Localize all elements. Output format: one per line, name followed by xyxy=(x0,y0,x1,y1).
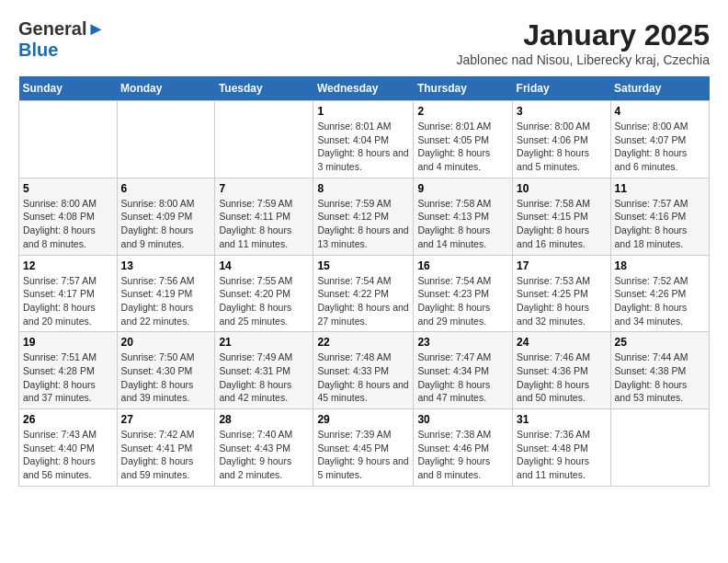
calendar-cell xyxy=(19,101,118,178)
day-info: Sunrise: 7:51 AMSunset: 4:28 PMDaylight:… xyxy=(23,350,113,405)
calendar-cell: 26Sunrise: 7:43 AMSunset: 4:40 PMDayligh… xyxy=(19,409,118,487)
day-info: Sunrise: 7:47 AMSunset: 4:34 PMDaylight:… xyxy=(417,350,508,405)
day-number: 4 xyxy=(615,105,705,118)
calendar-cell: 3Sunrise: 8:00 AMSunset: 4:06 PMDaylight… xyxy=(513,101,610,178)
calendar-cell: 5Sunrise: 8:00 AMSunset: 4:08 PMDaylight… xyxy=(19,178,118,255)
calendar-cell: 19Sunrise: 7:51 AMSunset: 4:28 PMDayligh… xyxy=(19,332,118,409)
calendar-cell: 30Sunrise: 7:38 AMSunset: 4:46 PMDayligh… xyxy=(414,409,513,487)
title-block: January 2025 Jablonec nad Nisou, Liberec… xyxy=(457,18,710,67)
calendar-cell: 20Sunrise: 7:50 AMSunset: 4:30 PMDayligh… xyxy=(117,332,215,409)
calendar-cell: 25Sunrise: 7:44 AMSunset: 4:38 PMDayligh… xyxy=(610,332,709,409)
day-number: 8 xyxy=(317,182,409,195)
calendar-cell: 29Sunrise: 7:39 AMSunset: 4:45 PMDayligh… xyxy=(313,409,414,487)
day-number: 19 xyxy=(23,336,113,349)
day-number: 16 xyxy=(417,259,508,272)
day-info: Sunrise: 7:54 AMSunset: 4:23 PMDaylight:… xyxy=(417,274,508,328)
day-number: 30 xyxy=(417,413,508,426)
weekday-header: Monday xyxy=(117,76,215,101)
logo-general: General xyxy=(18,18,86,39)
day-info: Sunrise: 7:39 AMSunset: 4:45 PMDaylight:… xyxy=(317,428,409,482)
calendar-cell: 17Sunrise: 7:53 AMSunset: 4:25 PMDayligh… xyxy=(513,255,610,332)
calendar-cell: 7Sunrise: 7:59 AMSunset: 4:11 PMDaylight… xyxy=(215,178,313,255)
calendar-cell: 11Sunrise: 7:57 AMSunset: 4:16 PMDayligh… xyxy=(610,178,709,255)
day-info: Sunrise: 7:59 AMSunset: 4:11 PMDaylight:… xyxy=(219,197,309,251)
logo: General► Blue xyxy=(18,18,105,60)
page-header: General► Blue January 2025 Jablonec nad … xyxy=(18,18,710,67)
calendar-table: SundayMondayTuesdayWednesdayThursdayFrid… xyxy=(18,76,710,487)
calendar-cell: 2Sunrise: 8:01 AMSunset: 4:05 PMDaylight… xyxy=(414,101,513,178)
day-info: Sunrise: 7:57 AMSunset: 4:17 PMDaylight:… xyxy=(23,274,113,328)
day-number: 22 xyxy=(317,336,409,349)
weekday-header: Tuesday xyxy=(215,76,313,101)
day-number: 29 xyxy=(317,413,409,426)
weekday-header: Sunday xyxy=(19,76,118,101)
day-info: Sunrise: 7:54 AMSunset: 4:22 PMDaylight:… xyxy=(317,274,409,328)
day-number: 5 xyxy=(23,182,113,195)
calendar-cell: 28Sunrise: 7:40 AMSunset: 4:43 PMDayligh… xyxy=(215,409,313,487)
day-info: Sunrise: 7:58 AMSunset: 4:13 PMDaylight:… xyxy=(417,197,508,251)
day-number: 24 xyxy=(517,336,606,349)
calendar-cell xyxy=(215,101,313,178)
calendar-cell: 1Sunrise: 8:01 AMSunset: 4:04 PMDaylight… xyxy=(313,101,414,178)
location: Jablonec nad Nisou, Liberecky kraj, Czec… xyxy=(457,52,710,67)
calendar-week-row: 5Sunrise: 8:00 AMSunset: 4:08 PMDaylight… xyxy=(19,178,710,255)
day-info: Sunrise: 7:50 AMSunset: 4:30 PMDaylight:… xyxy=(121,350,211,405)
day-info: Sunrise: 8:01 AMSunset: 4:05 PMDaylight:… xyxy=(417,120,508,174)
day-number: 1 xyxy=(317,105,409,118)
calendar-cell: 18Sunrise: 7:52 AMSunset: 4:26 PMDayligh… xyxy=(610,255,709,332)
calendar-cell: 13Sunrise: 7:56 AMSunset: 4:19 PMDayligh… xyxy=(117,255,215,332)
day-info: Sunrise: 7:58 AMSunset: 4:15 PMDaylight:… xyxy=(517,197,606,251)
day-number: 14 xyxy=(219,259,309,272)
day-info: Sunrise: 7:52 AMSunset: 4:26 PMDaylight:… xyxy=(615,274,705,328)
day-info: Sunrise: 7:36 AMSunset: 4:48 PMDaylight:… xyxy=(517,428,606,482)
day-info: Sunrise: 7:48 AMSunset: 4:33 PMDaylight:… xyxy=(317,350,409,405)
weekday-header-row: SundayMondayTuesdayWednesdayThursdayFrid… xyxy=(19,76,710,101)
day-info: Sunrise: 7:43 AMSunset: 4:40 PMDaylight:… xyxy=(23,428,113,482)
day-info: Sunrise: 8:00 AMSunset: 4:08 PMDaylight:… xyxy=(23,197,113,251)
day-number: 11 xyxy=(615,182,705,195)
weekday-header: Wednesday xyxy=(313,76,414,101)
day-info: Sunrise: 8:00 AMSunset: 4:07 PMDaylight:… xyxy=(615,120,705,174)
calendar-cell: 22Sunrise: 7:48 AMSunset: 4:33 PMDayligh… xyxy=(313,332,414,409)
day-number: 28 xyxy=(219,413,309,426)
calendar-cell: 12Sunrise: 7:57 AMSunset: 4:17 PMDayligh… xyxy=(19,255,118,332)
calendar-cell: 8Sunrise: 7:59 AMSunset: 4:12 PMDaylight… xyxy=(313,178,414,255)
day-number: 17 xyxy=(517,259,606,272)
day-info: Sunrise: 7:53 AMSunset: 4:25 PMDaylight:… xyxy=(517,274,606,328)
calendar-cell: 6Sunrise: 8:00 AMSunset: 4:09 PMDaylight… xyxy=(117,178,215,255)
calendar-cell xyxy=(117,101,215,178)
calendar-cell: 24Sunrise: 7:46 AMSunset: 4:36 PMDayligh… xyxy=(513,332,610,409)
day-number: 18 xyxy=(615,259,705,272)
day-info: Sunrise: 7:56 AMSunset: 4:19 PMDaylight:… xyxy=(121,274,211,328)
calendar-cell: 23Sunrise: 7:47 AMSunset: 4:34 PMDayligh… xyxy=(414,332,513,409)
day-number: 10 xyxy=(517,182,606,195)
day-info: Sunrise: 7:59 AMSunset: 4:12 PMDaylight:… xyxy=(317,197,409,251)
day-info: Sunrise: 8:01 AMSunset: 4:04 PMDaylight:… xyxy=(317,120,409,174)
month-title: January 2025 xyxy=(457,18,710,52)
calendar-cell xyxy=(610,409,709,487)
day-number: 2 xyxy=(417,105,508,118)
day-info: Sunrise: 7:49 AMSunset: 4:31 PMDaylight:… xyxy=(219,350,309,405)
day-number: 7 xyxy=(219,182,309,195)
day-number: 23 xyxy=(417,336,508,349)
day-number: 3 xyxy=(517,105,606,118)
calendar-cell: 15Sunrise: 7:54 AMSunset: 4:22 PMDayligh… xyxy=(313,255,414,332)
calendar-cell: 31Sunrise: 7:36 AMSunset: 4:48 PMDayligh… xyxy=(513,409,610,487)
day-number: 21 xyxy=(219,336,309,349)
weekday-header: Thursday xyxy=(414,76,513,101)
day-info: Sunrise: 7:55 AMSunset: 4:20 PMDaylight:… xyxy=(219,274,309,328)
calendar-cell: 14Sunrise: 7:55 AMSunset: 4:20 PMDayligh… xyxy=(215,255,313,332)
calendar-cell: 21Sunrise: 7:49 AMSunset: 4:31 PMDayligh… xyxy=(215,332,313,409)
day-info: Sunrise: 7:38 AMSunset: 4:46 PMDaylight:… xyxy=(417,428,508,482)
day-number: 15 xyxy=(317,259,409,272)
weekday-header: Friday xyxy=(513,76,610,101)
day-info: Sunrise: 8:00 AMSunset: 4:06 PMDaylight:… xyxy=(517,120,606,174)
day-info: Sunrise: 8:00 AMSunset: 4:09 PMDaylight:… xyxy=(121,197,211,251)
day-info: Sunrise: 7:42 AMSunset: 4:41 PMDaylight:… xyxy=(121,428,211,482)
day-info: Sunrise: 7:40 AMSunset: 4:43 PMDaylight:… xyxy=(219,428,309,482)
day-number: 9 xyxy=(417,182,508,195)
calendar-cell: 10Sunrise: 7:58 AMSunset: 4:15 PMDayligh… xyxy=(513,178,610,255)
calendar-cell: 16Sunrise: 7:54 AMSunset: 4:23 PMDayligh… xyxy=(414,255,513,332)
day-number: 26 xyxy=(23,413,113,426)
day-number: 20 xyxy=(121,336,211,349)
